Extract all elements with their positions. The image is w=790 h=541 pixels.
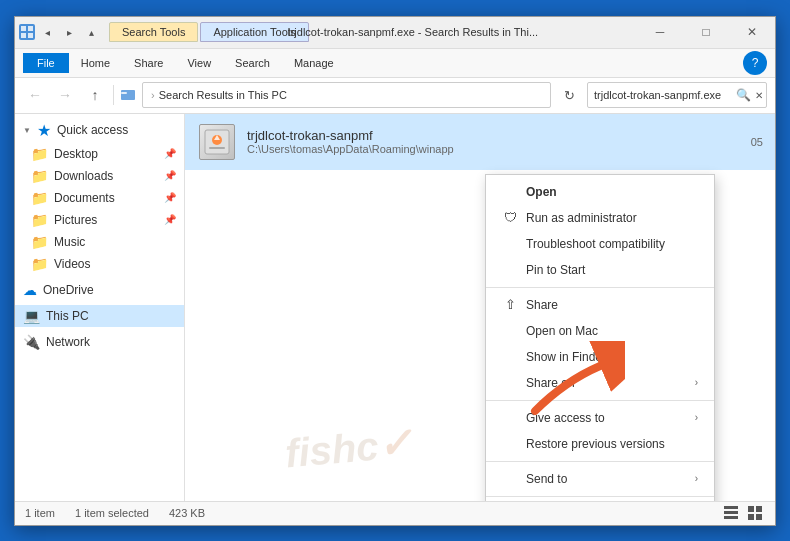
forward-button[interactable]: → [53, 83, 77, 107]
this-pc-section: 💻 This PC [15, 305, 184, 327]
sidebar-item-downloads[interactable]: 📁 Downloads 📌 [23, 165, 184, 187]
svg-rect-14 [748, 506, 754, 512]
tab-file[interactable]: File [23, 53, 69, 73]
file-item[interactable]: trjdlcot-trokan-sanpmf C:\Users\tomas\Ap… [185, 114, 775, 170]
ctx-separator-4 [486, 496, 714, 497]
refresh-button[interactable]: ↻ [557, 83, 581, 107]
help-button[interactable]: ? [743, 51, 767, 75]
computer-icon: 💻 [23, 308, 40, 324]
svg-rect-12 [724, 511, 738, 514]
ctx-show-finder[interactable]: Show in Finder [486, 344, 714, 370]
ctx-send-to[interactable]: Send to › [486, 466, 714, 492]
ctx-share-label: Share [526, 298, 558, 312]
ctx-item-left: Share on [502, 375, 575, 391]
title-controls: ─ □ ✕ [637, 16, 775, 48]
svg-rect-2 [21, 33, 26, 38]
svg-rect-0 [21, 26, 26, 31]
sidebar-item-desktop[interactable]: 📁 Desktop 📌 [23, 143, 184, 165]
ctx-item-left: Show in Finder [502, 349, 606, 365]
tab-share[interactable]: Share [122, 53, 175, 73]
ctx-restore-versions[interactable]: Restore previous versions [486, 431, 714, 457]
ctx-send-to-label: Send to [526, 472, 567, 486]
access-icon [502, 410, 518, 426]
cloud-icon: ☁ [23, 282, 37, 298]
quick-access-label: Quick access [57, 123, 128, 137]
sidebar-item-label: Music [54, 235, 85, 249]
ctx-give-access[interactable]: Give access to › [486, 405, 714, 431]
tab-manage[interactable]: Manage [282, 53, 346, 73]
svg-rect-8 [209, 147, 225, 149]
details-view-button[interactable] [721, 504, 741, 522]
tab-search[interactable]: Search [223, 53, 282, 73]
file-path: C:\Users\tomas\AppData\Roaming\winapp [247, 143, 741, 155]
search-tools-tab[interactable]: Search Tools [109, 22, 198, 42]
shield-icon: 🛡 [502, 210, 518, 226]
pin-icon: 📌 [164, 214, 176, 225]
file-size: 05 [751, 136, 763, 148]
sidebar-item-label: Downloads [54, 169, 113, 183]
ctx-give-access-label: Give access to [526, 411, 605, 425]
ctx-open-mac-label: Open on Mac [526, 324, 598, 338]
window-icon [19, 24, 35, 40]
sidebar-item-label: Documents [54, 191, 115, 205]
ctx-troubleshoot[interactable]: Troubleshoot compatibility [486, 231, 714, 257]
address-path[interactable]: › Search Results in This PC [142, 82, 551, 108]
tab-home[interactable]: Home [69, 53, 122, 73]
main-content: ▼ ★ Quick access 📁 Desktop 📌 📁 Downloads… [15, 114, 775, 501]
status-count: 1 item [25, 507, 55, 519]
search-input[interactable] [594, 89, 732, 101]
sidebar-item-documents[interactable]: 📁 Documents 📌 [23, 187, 184, 209]
send-to-icon [502, 471, 518, 487]
close-button[interactable]: ✕ [729, 16, 775, 48]
ctx-open-mac[interactable]: Open on Mac [486, 318, 714, 344]
quick-access-header[interactable]: ▼ ★ Quick access [15, 118, 184, 143]
share-on-icon [502, 375, 518, 391]
back-quick-btn[interactable]: ◂ [37, 22, 57, 42]
ctx-open[interactable]: Open [486, 179, 714, 205]
star-icon: ★ [37, 121, 51, 140]
status-bar-right [721, 504, 765, 522]
sidebar-item-network[interactable]: 🔌 Network [15, 331, 184, 353]
sidebar-item-onedrive[interactable]: ☁ OneDrive [15, 279, 184, 301]
up-button[interactable]: ↑ [83, 83, 107, 107]
up-quick-btn[interactable]: ▴ [81, 22, 101, 42]
ctx-share-on-label: Share on [526, 376, 575, 390]
large-icons-view-button[interactable] [745, 504, 765, 522]
ctx-item-left: Open on Mac [502, 323, 598, 339]
share-icon: ⇧ [502, 297, 518, 313]
ctx-item-left: Give access to [502, 410, 605, 426]
window-title: trjdlcot-trokan-sanpmf.exe - Search Resu… [189, 26, 637, 38]
ctx-separator-1 [486, 287, 714, 288]
forward-quick-btn[interactable]: ▸ [59, 22, 79, 42]
search-box: 🔍 ✕ [587, 82, 767, 108]
pin-icon: 📌 [164, 170, 176, 181]
sidebar-item-label: Pictures [54, 213, 97, 227]
back-button[interactable]: ← [23, 83, 47, 107]
sidebar-item-music[interactable]: 📁 Music [23, 231, 184, 253]
ctx-pin-start[interactable]: Pin to Start [486, 257, 714, 283]
ctx-pin-start-label: Pin to Start [526, 263, 585, 277]
sidebar: ▼ ★ Quick access 📁 Desktop 📌 📁 Downloads… [15, 114, 185, 501]
ctx-share-on[interactable]: Share on › [486, 370, 714, 396]
svg-rect-11 [724, 506, 738, 509]
file-area: fishc✓ trjdlcot-trokan-sanpmf [185, 114, 775, 501]
tab-view[interactable]: View [175, 53, 223, 73]
minimize-button[interactable]: ─ [637, 16, 683, 48]
open-icon [502, 184, 518, 200]
sidebar-item-label: Videos [54, 257, 90, 271]
sidebar-item-this-pc[interactable]: 💻 This PC [15, 305, 184, 327]
quick-access-section: ▼ ★ Quick access 📁 Desktop 📌 📁 Downloads… [15, 118, 184, 275]
maximize-button[interactable]: □ [683, 16, 729, 48]
search-clear-button[interactable]: ✕ [755, 90, 763, 101]
sidebar-item-videos[interactable]: 📁 Videos [23, 253, 184, 275]
ctx-run-admin[interactable]: 🛡 Run as administrator [486, 205, 714, 231]
finder-icon [502, 349, 518, 365]
svg-rect-13 [724, 516, 738, 519]
sidebar-item-pictures[interactable]: 📁 Pictures 📌 [23, 209, 184, 231]
pin-icon: 📌 [164, 192, 176, 203]
ctx-item-left: Restore previous versions [502, 436, 665, 452]
ctx-share[interactable]: ⇧ Share [486, 292, 714, 318]
status-size: 423 KB [169, 507, 205, 519]
watermark: fishc✓ [283, 419, 414, 476]
folder-icon: 📁 [31, 190, 48, 206]
